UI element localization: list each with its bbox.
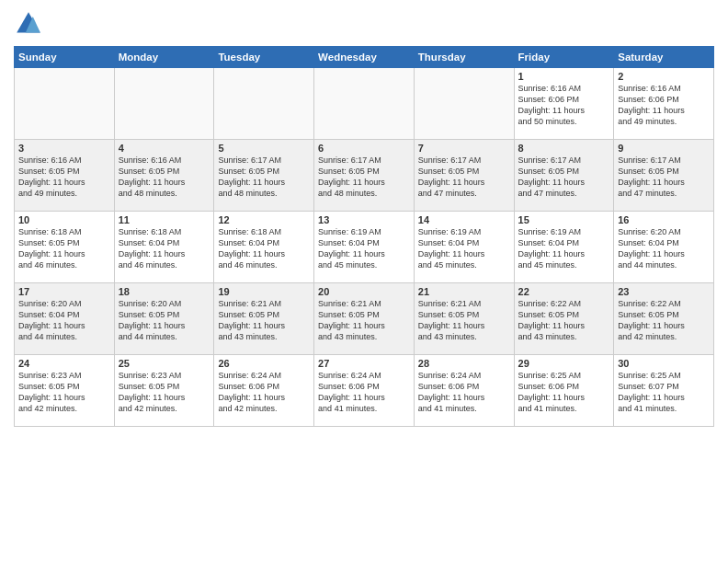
day-info: Sunrise: 6:16 AM Sunset: 6:05 PM Dayligh… <box>18 155 110 200</box>
calendar-cell: 29Sunrise: 6:25 AM Sunset: 6:06 PM Dayli… <box>514 355 614 427</box>
day-info: Sunrise: 6:19 AM Sunset: 6:04 PM Dayligh… <box>318 226 410 271</box>
calendar-cell: 16Sunrise: 6:20 AM Sunset: 6:04 PM Dayli… <box>614 212 714 283</box>
day-number: 23 <box>618 286 710 297</box>
calendar-cell: 2Sunrise: 6:16 AM Sunset: 6:06 PM Daylig… <box>614 68 714 140</box>
day-number: 29 <box>518 358 610 369</box>
day-number: 28 <box>418 358 510 369</box>
calendar-week-4: 17Sunrise: 6:20 AM Sunset: 6:04 PM Dayli… <box>15 283 714 355</box>
calendar-week-1: 1Sunrise: 6:16 AM Sunset: 6:06 PM Daylig… <box>15 68 714 140</box>
calendar-cell: 30Sunrise: 6:25 AM Sunset: 6:07 PM Dayli… <box>614 355 714 427</box>
day-number: 5 <box>218 143 310 154</box>
calendar-cell <box>15 68 115 140</box>
calendar-cell <box>214 68 314 140</box>
day-info: Sunrise: 6:21 AM Sunset: 6:05 PM Dayligh… <box>318 298 410 343</box>
day-info: Sunrise: 6:17 AM Sunset: 6:05 PM Dayligh… <box>518 155 610 200</box>
day-number: 20 <box>318 286 410 297</box>
calendar-cell: 10Sunrise: 6:18 AM Sunset: 6:05 PM Dayli… <box>15 212 115 283</box>
day-number: 6 <box>318 143 410 154</box>
day-number: 27 <box>318 358 410 369</box>
day-number: 26 <box>218 358 310 369</box>
calendar-cell <box>414 68 514 140</box>
col-header-tuesday: Tuesday <box>214 47 314 68</box>
calendar-header-row: SundayMondayTuesdayWednesdayThursdayFrid… <box>15 47 714 68</box>
day-number: 19 <box>218 286 310 297</box>
day-info: Sunrise: 6:24 AM Sunset: 6:06 PM Dayligh… <box>418 370 510 415</box>
calendar-cell: 18Sunrise: 6:20 AM Sunset: 6:05 PM Dayli… <box>114 283 214 355</box>
calendar-week-5: 24Sunrise: 6:23 AM Sunset: 6:05 PM Dayli… <box>15 355 714 427</box>
col-header-thursday: Thursday <box>414 47 514 68</box>
day-number: 11 <box>119 214 210 225</box>
col-header-wednesday: Wednesday <box>314 47 415 68</box>
day-info: Sunrise: 6:20 AM Sunset: 6:04 PM Dayligh… <box>618 226 710 271</box>
col-header-sunday: Sunday <box>15 47 115 68</box>
day-number: 9 <box>618 143 710 154</box>
calendar-cell: 19Sunrise: 6:21 AM Sunset: 6:05 PM Dayli… <box>214 283 314 355</box>
day-info: Sunrise: 6:18 AM Sunset: 6:04 PM Dayligh… <box>218 226 310 271</box>
calendar-cell: 9Sunrise: 6:17 AM Sunset: 6:05 PM Daylig… <box>614 140 714 212</box>
day-number: 21 <box>418 286 510 297</box>
day-number: 25 <box>119 358 210 369</box>
day-number: 18 <box>119 286 210 297</box>
calendar-cell: 27Sunrise: 6:24 AM Sunset: 6:06 PM Dayli… <box>314 355 415 427</box>
calendar-cell: 21Sunrise: 6:21 AM Sunset: 6:05 PM Dayli… <box>414 283 514 355</box>
calendar-cell <box>114 68 214 140</box>
day-info: Sunrise: 6:22 AM Sunset: 6:05 PM Dayligh… <box>618 298 710 343</box>
day-info: Sunrise: 6:20 AM Sunset: 6:05 PM Dayligh… <box>119 298 210 343</box>
day-number: 22 <box>518 286 610 297</box>
logo <box>14 9 47 39</box>
day-number: 13 <box>318 214 410 225</box>
day-info: Sunrise: 6:17 AM Sunset: 6:05 PM Dayligh… <box>618 155 710 200</box>
day-number: 12 <box>218 214 310 225</box>
day-info: Sunrise: 6:24 AM Sunset: 6:06 PM Dayligh… <box>218 370 310 415</box>
calendar-cell: 25Sunrise: 6:23 AM Sunset: 6:05 PM Dayli… <box>114 355 214 427</box>
col-header-saturday: Saturday <box>614 47 714 68</box>
calendar-week-2: 3Sunrise: 6:16 AM Sunset: 6:05 PM Daylig… <box>15 140 714 212</box>
day-number: 15 <box>518 214 610 225</box>
day-info: Sunrise: 6:17 AM Sunset: 6:05 PM Dayligh… <box>218 155 310 200</box>
day-info: Sunrise: 6:25 AM Sunset: 6:06 PM Dayligh… <box>518 370 610 415</box>
day-number: 17 <box>18 286 110 297</box>
day-info: Sunrise: 6:20 AM Sunset: 6:04 PM Dayligh… <box>18 298 110 343</box>
day-info: Sunrise: 6:19 AM Sunset: 6:04 PM Dayligh… <box>518 226 610 271</box>
day-number: 7 <box>418 143 510 154</box>
day-number: 1 <box>518 71 610 82</box>
day-number: 2 <box>618 71 710 82</box>
calendar-cell: 14Sunrise: 6:19 AM Sunset: 6:04 PM Dayli… <box>414 212 514 283</box>
calendar-week-3: 10Sunrise: 6:18 AM Sunset: 6:05 PM Dayli… <box>15 212 714 283</box>
col-header-friday: Friday <box>514 47 614 68</box>
calendar-cell: 28Sunrise: 6:24 AM Sunset: 6:06 PM Dayli… <box>414 355 514 427</box>
calendar-cell: 12Sunrise: 6:18 AM Sunset: 6:04 PM Dayli… <box>214 212 314 283</box>
day-info: Sunrise: 6:16 AM Sunset: 6:05 PM Dayligh… <box>119 155 210 200</box>
day-info: Sunrise: 6:25 AM Sunset: 6:07 PM Dayligh… <box>618 370 710 415</box>
calendar-cell: 8Sunrise: 6:17 AM Sunset: 6:05 PM Daylig… <box>514 140 614 212</box>
day-info: Sunrise: 6:23 AM Sunset: 6:05 PM Dayligh… <box>119 370 210 415</box>
calendar-cell: 7Sunrise: 6:17 AM Sunset: 6:05 PM Daylig… <box>414 140 514 212</box>
calendar-cell: 22Sunrise: 6:22 AM Sunset: 6:05 PM Dayli… <box>514 283 614 355</box>
calendar-cell: 24Sunrise: 6:23 AM Sunset: 6:05 PM Dayli… <box>15 355 115 427</box>
page: SundayMondayTuesdayWednesdayThursdayFrid… <box>0 0 728 563</box>
day-number: 8 <box>518 143 610 154</box>
header <box>14 9 714 39</box>
calendar-table: SundayMondayTuesdayWednesdayThursdayFrid… <box>14 46 714 427</box>
day-number: 16 <box>618 214 710 225</box>
calendar-cell: 6Sunrise: 6:17 AM Sunset: 6:05 PM Daylig… <box>314 140 415 212</box>
day-info: Sunrise: 6:21 AM Sunset: 6:05 PM Dayligh… <box>218 298 310 343</box>
day-info: Sunrise: 6:16 AM Sunset: 6:06 PM Dayligh… <box>618 83 710 128</box>
day-number: 3 <box>18 143 110 154</box>
calendar-cell: 1Sunrise: 6:16 AM Sunset: 6:06 PM Daylig… <box>514 68 614 140</box>
day-info: Sunrise: 6:22 AM Sunset: 6:05 PM Dayligh… <box>518 298 610 343</box>
calendar-cell: 5Sunrise: 6:17 AM Sunset: 6:05 PM Daylig… <box>214 140 314 212</box>
day-number: 30 <box>618 358 710 369</box>
calendar-cell: 20Sunrise: 6:21 AM Sunset: 6:05 PM Dayli… <box>314 283 415 355</box>
calendar-cell: 17Sunrise: 6:20 AM Sunset: 6:04 PM Dayli… <box>15 283 115 355</box>
day-number: 4 <box>119 143 210 154</box>
calendar-cell: 15Sunrise: 6:19 AM Sunset: 6:04 PM Dayli… <box>514 212 614 283</box>
calendar-cell: 3Sunrise: 6:16 AM Sunset: 6:05 PM Daylig… <box>15 140 115 212</box>
day-info: Sunrise: 6:24 AM Sunset: 6:06 PM Dayligh… <box>318 370 410 415</box>
calendar-cell: 4Sunrise: 6:16 AM Sunset: 6:05 PM Daylig… <box>114 140 214 212</box>
calendar-cell: 11Sunrise: 6:18 AM Sunset: 6:04 PM Dayli… <box>114 212 214 283</box>
calendar-cell: 26Sunrise: 6:24 AM Sunset: 6:06 PM Dayli… <box>214 355 314 427</box>
logo-icon <box>14 9 43 39</box>
calendar-cell: 13Sunrise: 6:19 AM Sunset: 6:04 PM Dayli… <box>314 212 415 283</box>
day-info: Sunrise: 6:17 AM Sunset: 6:05 PM Dayligh… <box>318 155 410 200</box>
